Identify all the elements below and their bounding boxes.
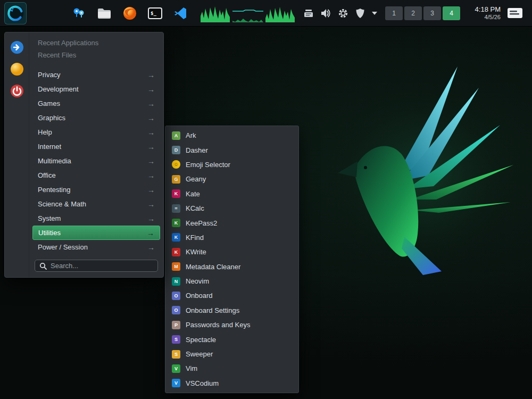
app-dasher[interactable]: D Dasher [165, 143, 298, 157]
app-kfind[interactable]: K KFind [165, 230, 298, 245]
application-menu: Recent Applications Recent Files Privacy… [4, 32, 164, 278]
app-vim[interactable]: V Vim [165, 361, 298, 376]
kate-icon: K [172, 189, 180, 198]
lock-icon [9, 61, 25, 77]
lock-screen-button[interactable] [9, 61, 26, 78]
desktop-3-button[interactable]: 3 [423, 6, 441, 20]
category-multimedia[interactable]: Multimedia → [32, 154, 160, 168]
session-strip [5, 32, 29, 277]
print-queue-icon[interactable] [304, 9, 313, 18]
geany-icon: G [172, 175, 180, 184]
app-geany[interactable]: G Geany [165, 172, 298, 186]
metadata-cleaner-icon: M [172, 262, 180, 271]
category-graphics[interactable]: Graphics → [32, 111, 160, 125]
app-kate[interactable]: K Kate [165, 187, 298, 201]
kwrite-icon: K [172, 248, 180, 256]
category-internet[interactable]: Internet → [32, 139, 160, 154]
category-games[interactable]: Games → [32, 96, 160, 111]
app-sweeper[interactable]: S Sweeper [165, 347, 298, 361]
keepass2-icon: K [172, 219, 180, 227]
shield-icon[interactable] [355, 8, 365, 19]
ark-icon: A [172, 131, 180, 140]
submenu-arrow-icon: → [147, 71, 155, 79]
file-manager-icon[interactable] [97, 6, 112, 21]
category-science-math[interactable]: Science & Math → [32, 197, 160, 211]
category-development[interactable]: Development → [32, 82, 160, 96]
settings-gear-icon[interactable] [338, 8, 348, 19]
submenu-arrow-icon: → [147, 200, 155, 209]
system-monitor-graphs [201, 4, 295, 22]
dasher-icon: D [172, 146, 180, 154]
blue-pins-icon[interactable] [71, 6, 86, 21]
app-neovim[interactable]: N Neovim [165, 274, 298, 288]
system-tray [304, 8, 377, 19]
spectacle-icon: S [172, 335, 180, 344]
category-pentesting[interactable]: Pentesting → [32, 182, 160, 197]
category-help[interactable]: Help → [32, 125, 160, 139]
desktop-1-button[interactable]: 1 [385, 6, 403, 20]
menu-main: Recent Applications Recent Files Privacy… [29, 32, 163, 277]
utilities-submenu: A Ark D Dasher ☺ Emoji Selector G Geany … [165, 126, 299, 393]
category-privacy[interactable]: Privacy → [32, 68, 160, 82]
submenu-arrow-icon: → [147, 186, 155, 194]
clock[interactable]: 4:18 PM 4/5/26 [467, 5, 501, 21]
app-kwrite[interactable]: K KWrite [165, 245, 298, 259]
submenu-arrow-icon: → [147, 85, 155, 94]
search-input[interactable] [51, 262, 153, 270]
power-icon [9, 83, 25, 99]
firefox-icon[interactable] [122, 6, 137, 21]
power-button[interactable] [9, 82, 26, 99]
onboard-settings-icon: O [172, 306, 180, 314]
kali-logo-icon [5, 3, 26, 23]
recent-files-item[interactable]: Recent Files [32, 49, 160, 61]
vim-icon: V [172, 364, 180, 373]
submenu-arrow-icon: → [147, 128, 155, 137]
terminal-icon[interactable]: $_ [148, 7, 162, 19]
category-office[interactable]: Office → [32, 168, 160, 182]
submenu-arrow-icon: → [147, 114, 155, 122]
volume-icon[interactable] [320, 9, 331, 18]
search-icon [39, 262, 47, 270]
desktop-2-button[interactable]: 2 [404, 6, 422, 20]
vscodium-icon: V [172, 379, 180, 387]
logout-button[interactable] [9, 39, 26, 56]
app-spectacle[interactable]: S Spectacle [165, 332, 298, 346]
clock-time: 4:18 PM [467, 5, 501, 14]
display-icon[interactable] [507, 7, 523, 20]
submenu-arrow-icon: → [147, 229, 154, 237]
submenu-arrow-icon: → [147, 214, 155, 223]
vscode-icon[interactable] [173, 6, 188, 21]
app-emoji-selector[interactable]: ☺ Emoji Selector [165, 157, 298, 172]
search-box[interactable] [35, 260, 158, 272]
kcalc-icon: = [172, 204, 180, 213]
clock-date: 4/5/26 [467, 14, 501, 21]
system-monitor-widget[interactable] [201, 4, 295, 22]
virtual-desktop-pager: 1 2 3 4 [385, 6, 460, 20]
passwords-and-keys-icon: P [172, 321, 180, 329]
app-metadata-cleaner[interactable]: M Metadata Cleaner [165, 260, 298, 274]
desktop: $_ [0, 0, 532, 399]
category-list: Privacy → Development → Games → Graphics… [32, 68, 160, 254]
onboard-icon: O [172, 292, 180, 300]
submenu-arrow-icon: → [147, 143, 155, 151]
app-ark[interactable]: A Ark [165, 128, 298, 143]
emoji-selector-icon: ☺ [172, 160, 180, 169]
submenu-arrow-icon: → [147, 171, 155, 180]
category-system[interactable]: System → [32, 211, 160, 226]
recent-applications-item[interactable]: Recent Applications [32, 37, 160, 49]
app-onboard[interactable]: O Onboard [165, 288, 298, 303]
app-keepass2[interactable]: K KeePass2 [165, 215, 298, 230]
kali-bird-wallpaper [314, 51, 527, 279]
app-vscodium[interactable]: V VSCodium [165, 376, 298, 390]
sweeper-icon: S [172, 350, 180, 359]
app-onboard-settings[interactable]: O Onboard Settings [165, 303, 298, 318]
category-power-session[interactable]: Power / Session → [32, 240, 160, 254]
expand-caret-icon[interactable] [372, 12, 377, 15]
kali-menu-button[interactable] [4, 2, 27, 24]
submenu-arrow-icon: → [147, 99, 155, 108]
neovim-icon: N [172, 277, 180, 286]
app-passwords-and-keys[interactable]: P Passwords and Keys [165, 318, 298, 332]
category-utilities[interactable]: Utilities → [32, 226, 160, 240]
app-kcalc[interactable]: = KCalc [165, 201, 298, 215]
desktop-4-button[interactable]: 4 [443, 6, 460, 20]
